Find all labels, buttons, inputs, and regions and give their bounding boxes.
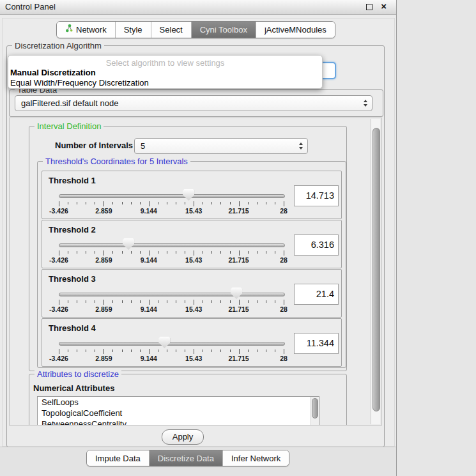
threshold-2-slider-track[interactable] bbox=[59, 243, 285, 247]
slider-tick bbox=[86, 349, 86, 352]
slider-tick bbox=[239, 300, 240, 305]
tab-style[interactable]: Style bbox=[115, 22, 151, 38]
slider-tick bbox=[167, 349, 167, 352]
tab-impute-data[interactable]: Impute Data bbox=[87, 450, 149, 466]
attributes-group-title: Attributes to discretize bbox=[35, 369, 121, 379]
slider-tick bbox=[266, 251, 266, 254]
threshold-4-slider-track[interactable] bbox=[59, 342, 285, 346]
dropdown-option-equal-width-frequency[interactable]: Equal Width/Frequency Discretization bbox=[8, 78, 322, 88]
threshold-1-slider-thumb[interactable] bbox=[183, 189, 194, 201]
slider-tick-label: 9.144 bbox=[141, 256, 157, 264]
numerical-attributes-list[interactable]: SelfLoopsTopologicalCoefficientBetweenne… bbox=[37, 396, 319, 426]
slider-tick bbox=[220, 251, 221, 254]
slider-tick bbox=[68, 202, 68, 204]
table-data-selected-value: galFiltered.sif default node bbox=[15, 96, 372, 111]
table-data-combobox[interactable]: galFiltered.sif default node bbox=[15, 95, 372, 111]
tab-cyni-toolbox[interactable]: Cyni Toolbox bbox=[191, 22, 256, 38]
tab-label: Select bbox=[160, 22, 183, 37]
slider-tick bbox=[176, 300, 176, 303]
threshold-2-value-field[interactable]: 6.316 bbox=[294, 234, 339, 256]
number-of-intervals-spinner[interactable]: 5 bbox=[134, 138, 308, 154]
attribute-item-selfloops[interactable]: SelfLoops bbox=[38, 397, 319, 408]
threshold-3-value-field[interactable]: 21.4 bbox=[294, 284, 339, 305]
tab-select[interactable]: Select bbox=[151, 22, 191, 38]
threshold-3-slider-track[interactable] bbox=[59, 293, 285, 296]
tab-jactivemnodules[interactable]: jActiveMNodules bbox=[256, 22, 335, 38]
slider-tick-label: 28 bbox=[280, 207, 288, 215]
settings-scrollbar[interactable] bbox=[371, 119, 380, 424]
threshold-4-value-field[interactable]: 11.344 bbox=[294, 333, 339, 354]
slider-tick bbox=[211, 202, 212, 204]
close-icon[interactable]: × bbox=[381, 1, 387, 12]
slider-tick bbox=[59, 300, 59, 305]
slider-tick bbox=[194, 201, 194, 206]
interval-definition-group: Interval Definition Number of Intervals … bbox=[29, 126, 347, 371]
slider-tick bbox=[77, 251, 77, 254]
float-window-icon[interactable] bbox=[366, 4, 372, 10]
slider-tick bbox=[77, 300, 77, 303]
control-panel-titlebar: Control Panel × bbox=[0, 0, 396, 15]
threshold-3-slider-thumb[interactable] bbox=[231, 288, 242, 299]
tab-network[interactable]: Network bbox=[57, 22, 115, 38]
slider-tick bbox=[230, 202, 231, 204]
slider-tick bbox=[158, 349, 158, 352]
attributes-to-discretize-group: Attributes to discretize Numerical Attri… bbox=[29, 374, 347, 426]
slider-tick bbox=[203, 300, 203, 303]
slider-tick bbox=[239, 201, 240, 206]
slider-tick bbox=[257, 251, 257, 254]
slider-tick bbox=[86, 202, 86, 204]
slider-tick bbox=[211, 251, 212, 254]
threshold-2-slider-thumb[interactable] bbox=[123, 238, 134, 250]
threshold-panel-3: Threshold 3-3.4262.8599.14415.4321.71528… bbox=[42, 269, 342, 318]
apply-button[interactable]: Apply bbox=[162, 429, 204, 445]
tab-discretize-data[interactable]: Discretize Data bbox=[149, 450, 222, 466]
slider-tick bbox=[248, 349, 249, 352]
attribute-item-topologicalcoefficient[interactable]: TopologicalCoefficient bbox=[38, 408, 319, 418]
slider-tick bbox=[275, 300, 275, 303]
tab-infer-network[interactable]: Infer Network bbox=[222, 450, 289, 466]
control-panel: Control Panel × NetworkStyleSelectCyni T… bbox=[0, 0, 397, 476]
slider-tick bbox=[248, 202, 249, 204]
slider-tick-label: 21.715 bbox=[229, 256, 249, 264]
attribute-item-betweennesscentrality[interactable]: BetweennessCentrality bbox=[38, 418, 319, 426]
slider-tick-label: 9.144 bbox=[141, 305, 157, 313]
number-of-intervals-label: Number of Intervals bbox=[55, 138, 133, 153]
slider-tick bbox=[257, 349, 257, 352]
slider-tick bbox=[230, 251, 231, 254]
settings-scrollbar-thumb[interactable] bbox=[372, 128, 380, 411]
table-data-group: Table Data galFiltered.sif default node bbox=[9, 89, 383, 117]
slider-tick-label: 15.43 bbox=[185, 207, 202, 215]
screen: Control Panel × NetworkStyleSelectCyni T… bbox=[0, 0, 476, 476]
tab-label: jActiveMNodules bbox=[265, 22, 326, 37]
slider-tick bbox=[239, 349, 240, 354]
slider-tick bbox=[185, 349, 185, 352]
attributes-list-scrollbar[interactable] bbox=[311, 397, 319, 426]
right-workspace: GAL80GCGAL11GAL4GCY1HHAP2 Table Panel ⚙ … bbox=[397, 0, 476, 476]
slider-tick-label: 9.144 bbox=[141, 207, 157, 215]
threshold-4-slider-thumb[interactable] bbox=[158, 337, 170, 348]
tab-label: Infer Network bbox=[231, 451, 280, 466]
slider-tick bbox=[203, 251, 203, 254]
algorithm-dropdown-popup: Select algorithm to view settings Manual… bbox=[8, 55, 323, 89]
slider-tick bbox=[122, 202, 123, 204]
slider-tick bbox=[230, 349, 231, 352]
slider-tick bbox=[185, 300, 185, 303]
threshold-label: Threshold 2 bbox=[49, 225, 96, 234]
slider-tick-label: 28 bbox=[280, 305, 288, 313]
threshold-label: Threshold 1 bbox=[49, 176, 96, 185]
dropdown-option-manual-discretization[interactable]: Manual Discretization bbox=[8, 68, 322, 78]
threshold-1-value-field[interactable]: 14.713 bbox=[294, 185, 339, 206]
slider-tick bbox=[86, 300, 86, 303]
slider-tick bbox=[158, 251, 158, 254]
threshold-1-slider-track[interactable] bbox=[59, 194, 285, 198]
slider-tick bbox=[95, 251, 95, 254]
slider-tick bbox=[122, 300, 123, 303]
attributes-list-scrollbar-thumb[interactable] bbox=[312, 398, 318, 418]
slider-tick bbox=[95, 202, 95, 204]
slider-tick bbox=[194, 250, 194, 256]
algorithm-settings-scrollpane: Interval Definition Number of Intervals … bbox=[9, 118, 382, 426]
slider-tick bbox=[194, 349, 194, 354]
slider-tick-label: 21.715 bbox=[229, 305, 249, 313]
slider-tick bbox=[140, 251, 141, 254]
tab-label: Network bbox=[76, 22, 107, 37]
